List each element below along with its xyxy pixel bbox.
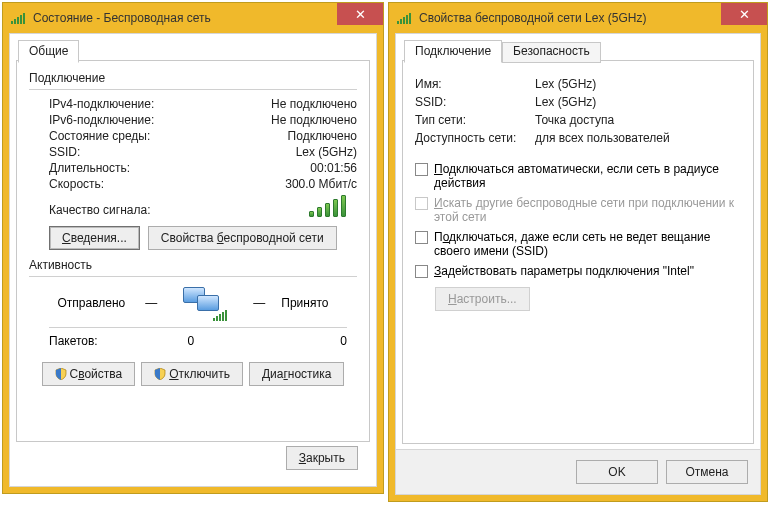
- ipv4-value: Не подключено: [271, 97, 357, 111]
- checkbox-icon: [415, 231, 428, 244]
- details-button[interactable]: Сведения...: [49, 226, 140, 250]
- speed-value: 300.0 Мбит/с: [285, 177, 357, 191]
- availability-value: для всех пользователей: [535, 131, 670, 145]
- wireless-properties-button[interactable]: Свойства беспроводной сети: [148, 226, 337, 250]
- checkbox-look-for-other-label: Искать другие беспроводные сети при подк…: [434, 196, 741, 224]
- received-label: Принято: [281, 296, 328, 310]
- packets-received-value: 0: [277, 334, 347, 348]
- ssid-value: Lex (5GHz): [535, 95, 596, 109]
- close-button[interactable]: ✕: [721, 3, 767, 25]
- close-dialog-button-label: Закрыть: [299, 451, 345, 465]
- packets-sent-value: 0: [124, 334, 194, 348]
- disconnect-button[interactable]: Отключить: [141, 362, 243, 386]
- media-label: Состояние среды:: [49, 129, 150, 143]
- window-title: Состояние - Беспроводная сеть: [33, 11, 211, 25]
- group-connection-header: Подключение: [29, 71, 357, 87]
- checkbox-auto-connect-label: Подключаться автоматически, если сеть в …: [434, 162, 741, 190]
- tabstrip: Общие: [18, 40, 79, 63]
- shield-icon: [154, 368, 166, 380]
- checkbox-connect-hidden-label: Подключаться, даже если сеть не ведет ве…: [434, 230, 741, 258]
- diagnose-button[interactable]: Диагностика: [249, 362, 345, 386]
- tabstrip: Подключение Безопасность: [404, 40, 601, 63]
- speed-label: Скорость:: [49, 177, 104, 191]
- checkbox-icon: [415, 163, 428, 176]
- duration-value: 00:01:56: [310, 161, 357, 175]
- checkbox-look-for-other: Искать другие беспроводные сети при подк…: [415, 193, 741, 227]
- network-type-label: Тип сети:: [415, 113, 535, 127]
- group-activity: Активность Отправлено — — Принято: [29, 258, 357, 386]
- configure-button-label: Настроить...: [448, 292, 517, 306]
- close-button[interactable]: ✕: [337, 3, 383, 25]
- ssid-label: SSID:: [49, 145, 80, 159]
- titlebar[interactable]: Свойства беспроводной сети Lex (5GHz) ✕: [389, 3, 767, 33]
- titlebar[interactable]: Состояние - Беспроводная сеть ✕: [3, 3, 383, 33]
- ipv4-label: IPv4-подключение:: [49, 97, 154, 111]
- status-window: Состояние - Беспроводная сеть ✕ Общие По…: [2, 2, 384, 494]
- checkbox-connect-hidden[interactable]: Подключаться, даже если сеть не ведет ве…: [415, 227, 741, 261]
- media-value: Подключено: [288, 129, 357, 143]
- availability-label: Доступность сети:: [415, 131, 535, 145]
- tab-security[interactable]: Безопасность: [502, 42, 601, 63]
- network-type-value: Точка доступа: [535, 113, 614, 127]
- dialog-footer: Закрыть: [16, 438, 370, 480]
- checkbox-icon: [415, 197, 428, 210]
- tab-panel-general: Подключение IPv4-подключение:Не подключе…: [16, 60, 370, 442]
- name-label: Имя:: [415, 77, 535, 91]
- signal-quality-label: Качество сигнала:: [49, 203, 150, 217]
- configure-button: Настроить...: [435, 287, 530, 311]
- tab-panel-connection: Имя:Lex (5GHz) SSID:Lex (5GHz) Тип сети:…: [402, 60, 754, 444]
- packets-label: Пакетов:: [49, 334, 98, 348]
- sent-label: Отправлено: [58, 296, 126, 310]
- ssid-label: SSID:: [415, 95, 535, 109]
- properties-button[interactable]: Свойства: [42, 362, 136, 386]
- window-title: Свойства беспроводной сети Lex (5GHz): [419, 11, 646, 25]
- shield-icon: [55, 368, 67, 380]
- ssid-value: Lex (5GHz): [296, 145, 357, 159]
- checkbox-intel-params-label: Задействовать параметры подключения "Int…: [434, 264, 694, 278]
- properties-window: Свойства беспроводной сети Lex (5GHz) ✕ …: [388, 2, 768, 502]
- wifi-signal-icon: [397, 12, 413, 24]
- checkbox-icon: [415, 265, 428, 278]
- tab-general[interactable]: Общие: [18, 40, 79, 63]
- window-client: Общие Подключение IPv4-подключение:Не по…: [9, 33, 377, 487]
- cancel-button[interactable]: Отмена: [666, 460, 748, 484]
- wireless-properties-button-label: Свойства беспроводной сети: [161, 231, 324, 245]
- close-dialog-button[interactable]: Закрыть: [286, 446, 358, 470]
- close-icon: ✕: [739, 7, 750, 22]
- ipv6-value: Не подключено: [271, 113, 357, 127]
- diagnose-button-label: Диагностика: [262, 367, 332, 381]
- checkbox-auto-connect[interactable]: Подключаться автоматически, если сеть в …: [415, 159, 741, 193]
- dialog-footer: OK Отмена: [396, 449, 760, 494]
- properties-button-label: Свойства: [70, 367, 123, 381]
- tab-connection[interactable]: Подключение: [404, 40, 502, 63]
- ok-button[interactable]: OK: [576, 460, 658, 484]
- duration-label: Длительность:: [49, 161, 130, 175]
- group-connection: Подключение IPv4-подключение:Не подключе…: [29, 71, 357, 250]
- ipv6-label: IPv6-подключение:: [49, 113, 154, 127]
- activity-monitors-icon: [173, 283, 233, 323]
- checkbox-intel-params[interactable]: Задействовать параметры подключения "Int…: [415, 261, 741, 281]
- disconnect-button-label: Отключить: [169, 367, 230, 381]
- name-value: Lex (5GHz): [535, 77, 596, 91]
- details-button-label: Сведения...: [62, 231, 127, 245]
- signal-quality-icon: [309, 193, 357, 217]
- group-activity-header: Активность: [29, 258, 357, 274]
- window-client: Подключение Безопасность Имя:Lex (5GHz) …: [395, 33, 761, 495]
- close-icon: ✕: [355, 7, 366, 22]
- wifi-signal-icon: [11, 12, 27, 24]
